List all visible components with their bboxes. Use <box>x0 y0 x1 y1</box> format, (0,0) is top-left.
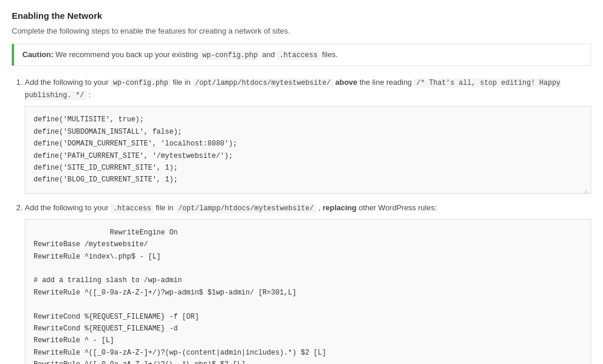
caution-file1: wp-config.php <box>200 51 260 60</box>
caution-file2: .htaccess <box>277 51 320 60</box>
caution-text-middle: and <box>262 50 275 59</box>
step-2-file: .htaccess <box>111 204 154 213</box>
step-1: Add the following to your wp-config.php … <box>25 77 591 194</box>
step-2-code: RewriteEngine On RewriteBase /mytestwebs… <box>34 229 326 364</box>
step-1-code-block[interactable]: define('MULTISITE', true); define('SUBDO… <box>25 106 591 193</box>
caution-label: Caution: <box>22 50 54 59</box>
steps-list: Add the following to your wp-config.php … <box>12 77 591 364</box>
step-2: Add the following to your .htaccess file… <box>25 202 591 364</box>
intro-text: Complete the following steps to enable t… <box>12 27 591 35</box>
caution-text-after: files. <box>322 50 338 59</box>
step-2-code-block[interactable]: RewriteEngine On RewriteBase /mytestwebs… <box>25 219 591 364</box>
caution-text-before: We recommend you back up your existing <box>55 50 198 59</box>
step-1-path: /opt/lampp/htdocs/mytestwebsite/ <box>193 78 333 88</box>
page-title: Enabling the Network <box>12 11 591 21</box>
step-1-text: Add the following to your wp-config.php … <box>25 77 591 101</box>
step-2-text: Add the following to your .htaccess file… <box>25 202 591 214</box>
caution-box: Caution: We recommend you back up your e… <box>12 44 591 66</box>
step-1-above: above <box>335 78 357 87</box>
page-container: Enabling the Network Complete the follow… <box>0 0 603 364</box>
step-2-replacing: replacing <box>323 203 357 212</box>
step-2-path: /opt/lampp/htdocs/mytestwebsite/ <box>175 204 316 213</box>
resize-handle-1: ◿ <box>584 186 589 192</box>
step-1-code: define('MULTISITE', true); define('SUBDO… <box>34 115 237 184</box>
step-1-file: wp-config.php <box>111 78 171 88</box>
